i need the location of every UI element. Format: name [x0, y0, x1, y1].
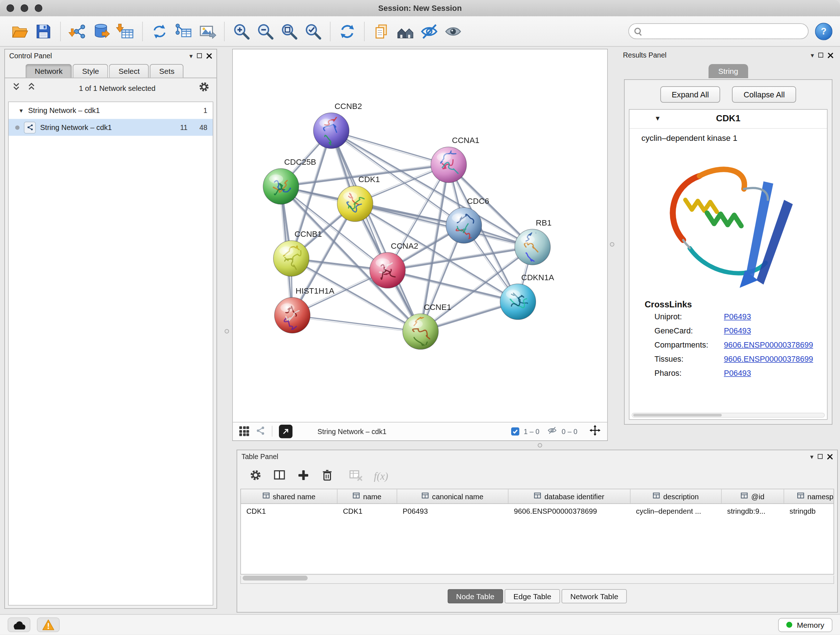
results-panel: Results Panel ▾ String Expand All Collap… — [619, 49, 838, 430]
network-node[interactable] — [370, 252, 406, 288]
float-panel-icon[interactable] — [197, 53, 202, 58]
column-header-@id[interactable]: @id — [722, 489, 784, 504]
tab-network-table[interactable]: Network Table — [561, 589, 627, 603]
network-node[interactable] — [403, 314, 439, 349]
tab-string[interactable]: String — [709, 64, 748, 78]
annotation-copy-icon[interactable] — [370, 19, 393, 43]
home-networks-icon[interactable] — [393, 19, 417, 43]
import-table-icon[interactable] — [114, 19, 137, 43]
tab-select[interactable]: Select — [109, 64, 149, 78]
tab-edge-table[interactable]: Edge Table — [505, 589, 560, 603]
network-collection-row[interactable]: ▼ String Network – cdk1 1 — [9, 102, 213, 119]
tab-node-table[interactable]: Node Table — [447, 589, 503, 603]
import-database-icon[interactable] — [90, 19, 114, 43]
network-from-table-icon[interactable] — [172, 19, 195, 43]
collapse-all-networks-icon[interactable] — [27, 82, 36, 94]
import-network-icon[interactable] — [66, 19, 90, 43]
crosslink-value[interactable]: 9606.ENSP00000378699 — [724, 340, 813, 349]
zoom-in-icon[interactable] — [230, 19, 254, 43]
network-node[interactable] — [313, 112, 349, 149]
network-node[interactable] — [515, 229, 551, 265]
memory-label: Memory — [797, 621, 824, 629]
crosslink-value[interactable]: P06493 — [724, 312, 751, 321]
birdseye-grid-icon[interactable] — [240, 426, 249, 436]
refresh-icon[interactable] — [335, 19, 359, 43]
open-session-icon[interactable] — [8, 19, 32, 43]
layout-network-icon[interactable] — [148, 19, 172, 43]
zoom-selected-icon[interactable] — [302, 19, 325, 43]
table-cell: stringdb — [784, 507, 834, 516]
float-table-icon[interactable] — [818, 454, 823, 459]
crosslink-value[interactable]: P06493 — [724, 326, 751, 335]
expand-all-networks-icon[interactable] — [11, 82, 21, 94]
zoom-fit-icon[interactable] — [278, 19, 302, 43]
network-edge[interactable] — [332, 131, 449, 165]
control-panel-tabs: NetworkStyleSelectSets — [5, 62, 217, 78]
table-row[interactable]: CDK1CDK1P064939606.ENSP00000378699cyclin… — [241, 504, 834, 519]
application-window: Session: New Session — [0, 0, 840, 635]
network-row-selected[interactable]: String Network – cdk1 11 48 — [9, 119, 213, 136]
hidden-counter: 0 – 0 — [562, 427, 577, 435]
memory-button[interactable]: Memory — [778, 618, 832, 632]
network-node[interactable] — [273, 241, 309, 276]
tab-sets[interactable]: Sets — [150, 64, 184, 78]
close-results-icon[interactable] — [828, 52, 834, 58]
bottom-splitter-handle[interactable] — [538, 443, 542, 448]
expand-all-button[interactable]: Expand All — [660, 87, 720, 103]
left-splitter-handle[interactable] — [225, 329, 229, 333]
string-share-icon[interactable] — [256, 425, 265, 437]
entry-scrollbar[interactable] — [632, 413, 825, 418]
network-node[interactable] — [263, 169, 299, 204]
column-header-canonical-name[interactable]: canonical name — [397, 489, 508, 504]
pan-mode-icon[interactable] — [589, 424, 601, 438]
crosslink-value[interactable]: P06493 — [724, 369, 751, 378]
network-node[interactable] — [500, 284, 536, 320]
crosslink-value[interactable]: 9606.ENSP00000378699 — [724, 355, 813, 363]
zoom-out-icon[interactable] — [254, 19, 278, 43]
close-table-icon[interactable] — [827, 454, 833, 460]
tab-style[interactable]: Style — [73, 64, 109, 78]
right-splitter-handle[interactable] — [610, 242, 614, 247]
collapse-all-button[interactable]: Collapse All — [732, 87, 796, 103]
hidden-items-icon[interactable] — [547, 425, 557, 437]
network-edge[interactable] — [292, 315, 420, 332]
show-columns-icon[interactable] — [273, 469, 286, 484]
add-column-icon[interactable] — [297, 469, 310, 484]
column-header-database-identifier[interactable]: database identifier — [508, 489, 631, 504]
column-header-namespac[interactable]: namespac — [784, 489, 834, 504]
network-options-gear-icon[interactable] — [198, 81, 210, 95]
table-settings-gear-icon[interactable] — [249, 469, 262, 484]
column-header-shared-name[interactable]: shared name — [241, 489, 338, 504]
network-node[interactable] — [275, 298, 310, 333]
save-session-icon[interactable] — [32, 19, 55, 43]
selected-nodes-icon[interactable] — [511, 427, 519, 435]
collection-disclosure-icon[interactable]: ▼ — [19, 108, 24, 114]
network-node[interactable] — [446, 207, 482, 243]
help-button[interactable]: ? — [815, 22, 832, 40]
network-canvas[interactable]: CCNB2CCNA1CDC25BCDK1CDC6RB1CCNB1CCNA2CDK… — [233, 50, 607, 422]
collapse-results-icon[interactable]: ▾ — [811, 52, 814, 58]
collapse-table-icon[interactable]: ▾ — [810, 453, 813, 460]
hide-details-icon[interactable] — [417, 19, 441, 43]
network-node[interactable] — [431, 147, 467, 183]
warnings-button[interactable] — [37, 618, 60, 632]
cloud-services-button[interactable] — [8, 618, 30, 632]
float-results-icon[interactable] — [818, 53, 823, 58]
show-details-icon[interactable] — [441, 19, 465, 43]
search-input[interactable] — [646, 27, 803, 36]
node-label: CCNB2 — [335, 102, 362, 111]
column-header-name[interactable]: name — [338, 489, 397, 504]
crosslinks-list: Uniprot:P06493GeneCard:P06493Compartment… — [630, 310, 827, 380]
export-image-icon[interactable] — [195, 19, 219, 43]
close-panel-icon[interactable] — [206, 53, 212, 59]
tab-network[interactable]: Network — [26, 64, 72, 78]
open-in-browser-icon[interactable] — [279, 424, 293, 438]
window-title: Session: New Session — [0, 0, 840, 16]
column-header-description[interactable]: description — [630, 489, 722, 504]
search-field — [628, 24, 808, 40]
collapse-panel-icon[interactable]: ▾ — [189, 52, 193, 59]
network-node[interactable] — [337, 186, 373, 222]
table-horizontal-scrollbar[interactable] — [240, 576, 834, 584]
network-edge[interactable] — [332, 131, 421, 332]
delete-column-icon[interactable] — [321, 469, 334, 484]
